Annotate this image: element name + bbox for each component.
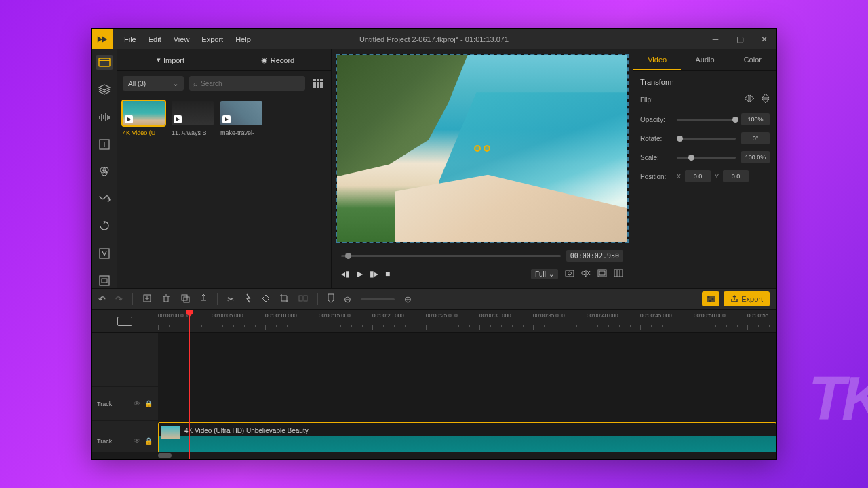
sidebar-text-icon[interactable]: T: [96, 137, 113, 152]
snapshot-icon[interactable]: [565, 269, 574, 279]
safe-zone-icon[interactable]: [597, 269, 607, 279]
menu-file[interactable]: File: [119, 31, 142, 47]
sidebar-filters-icon[interactable]: [96, 164, 113, 179]
ruler-mark: 00:00:10.000: [265, 312, 297, 319]
position-y-value[interactable]: 0.0: [723, 170, 749, 182]
preview-canvas[interactable]: [336, 54, 629, 243]
redo-icon[interactable]: ↷: [115, 294, 123, 304]
media-filter-bar: All (3) ⌄ ⌕: [117, 71, 331, 96]
search-box[interactable]: ⌕: [189, 76, 305, 91]
zoom-in-icon[interactable]: ⊕: [404, 294, 412, 304]
scale-value[interactable]: 100.0%: [741, 151, 770, 163]
ruler-marks[interactable]: 00:00:00.00000:00:05.00000:00:10.00000:0…: [158, 310, 776, 332]
fit-label: Full: [535, 270, 546, 278]
record-button[interactable]: ◉ Record: [224, 49, 331, 70]
prev-frame-button[interactable]: ◂▮: [341, 269, 350, 279]
play-icon: [125, 115, 133, 123]
menu-export[interactable]: Export: [196, 31, 229, 47]
export-button[interactable]: Export: [724, 291, 770, 306]
fullscreen-icon[interactable]: [614, 269, 623, 279]
track-body[interactable]: [158, 333, 776, 386]
scrub-track[interactable]: [341, 255, 561, 257]
add-marker-icon[interactable]: [142, 293, 152, 305]
horizontal-scrollbar[interactable]: [92, 452, 776, 459]
stop-button[interactable]: ■: [385, 269, 390, 279]
flip-vertical-icon[interactable]: [762, 93, 770, 106]
track-body[interactable]: 4K Video (Ultra HD) Unbelievable Beauty: [158, 421, 776, 452]
zoom-slider[interactable]: [361, 298, 395, 300]
tab-color[interactable]: Color: [729, 49, 776, 70]
filter-label: All (3): [128, 80, 146, 87]
undo-icon[interactable]: ↶: [98, 294, 106, 304]
lock-icon[interactable]: 🔒: [144, 437, 153, 445]
transform-handle[interactable]: [474, 145, 490, 152]
scale-slider[interactable]: [677, 157, 736, 159]
play-button[interactable]: ▶: [357, 269, 363, 279]
rotate-row: Rotate: 0°: [640, 132, 770, 144]
menu-edit[interactable]: Edit: [143, 31, 167, 47]
sidebar-motion-icon[interactable]: [96, 218, 113, 233]
fit-dropdown[interactable]: Full ⌄: [531, 269, 558, 279]
svg-rect-13: [313, 82, 316, 85]
close-button[interactable]: ✕: [752, 29, 776, 49]
zoom-out-icon[interactable]: ⊖: [344, 294, 351, 304]
next-frame-button[interactable]: ▮▸: [370, 269, 378, 279]
delete-icon[interactable]: [161, 294, 171, 304]
visibility-icon[interactable]: 👁: [134, 437, 140, 445]
watermark: TK: [808, 364, 868, 434]
import-button[interactable]: ▾ Import: [117, 49, 224, 70]
sidebar-layers-icon[interactable]: [96, 82, 113, 97]
sidebar-transitions-icon[interactable]: [96, 191, 113, 206]
search-input[interactable]: [201, 80, 301, 87]
lock-icon[interactable]: 🔒: [144, 400, 153, 407]
track-header-icons: 👁 🔒: [134, 400, 153, 407]
svg-point-29: [708, 296, 710, 298]
tab-audio[interactable]: Audio: [681, 49, 728, 70]
visibility-icon[interactable]: 👁: [134, 400, 140, 407]
keyframe-icon[interactable]: [262, 294, 270, 304]
scrollbar-thumb[interactable]: [158, 453, 172, 458]
opacity-slider[interactable]: [677, 119, 736, 121]
playhead[interactable]: [189, 310, 190, 459]
svg-rect-7: [100, 249, 109, 258]
menu-help[interactable]: Help: [230, 31, 256, 47]
sidebar-effects-icon[interactable]: [96, 246, 113, 261]
ruler-mark: 00:00:20.000: [372, 312, 404, 319]
copy-icon[interactable]: [180, 293, 190, 305]
minimize-button[interactable]: ─: [703, 29, 728, 49]
crop-icon[interactable]: [279, 293, 289, 305]
rotate-slider[interactable]: [677, 138, 736, 140]
cut-icon[interactable]: ✂: [227, 294, 235, 304]
menu-view[interactable]: View: [168, 31, 195, 47]
track-header: Track 👁 🔒: [92, 421, 158, 452]
sidebar-audio-icon[interactable]: [96, 109, 113, 124]
opacity-value[interactable]: 100%: [741, 113, 770, 125]
marker-icon[interactable]: [328, 293, 334, 305]
position-label: Position:: [640, 173, 671, 180]
mute-icon[interactable]: [581, 269, 591, 279]
timeline-settings-button[interactable]: [702, 291, 719, 306]
speed-icon[interactable]: [244, 293, 252, 305]
flip-horizontal-icon[interactable]: [744, 93, 755, 106]
tab-video[interactable]: Video: [633, 49, 681, 70]
position-x-value[interactable]: 0.0: [685, 170, 711, 182]
timeline-clip[interactable]: 4K Video (Ultra HD) Unbelievable Beauty: [158, 422, 776, 452]
maximize-button[interactable]: ▢: [728, 29, 752, 49]
media-thumb-3[interactable]: make-travel-: [220, 101, 262, 136]
app-window: File Edit View Export Help Untitled Proj…: [91, 28, 777, 460]
media-thumb-2[interactable]: 11. Always B: [172, 101, 214, 136]
transform-section-header: Transform: [640, 78, 770, 86]
timeline-ruler[interactable]: 00:00:00.00000:00:05.00000:00:10.00000:0…: [92, 310, 776, 333]
media-thumb-1[interactable]: 4K Video (U: [123, 101, 165, 136]
media-filter-dropdown[interactable]: All (3) ⌄: [123, 76, 184, 91]
timecode-display: 00:00:02.950: [566, 250, 623, 262]
svg-rect-27: [299, 296, 302, 301]
sidebar-media-icon[interactable]: [96, 55, 113, 70]
track-body[interactable]: [158, 387, 776, 420]
grid-view-icon[interactable]: [311, 76, 326, 91]
rotate-value[interactable]: 0°: [741, 132, 770, 144]
sidebar-aspect-icon[interactable]: [96, 273, 113, 288]
scrub-thumb[interactable]: [345, 253, 351, 259]
set-in-icon[interactable]: [199, 293, 208, 305]
split-icon[interactable]: [298, 294, 308, 304]
